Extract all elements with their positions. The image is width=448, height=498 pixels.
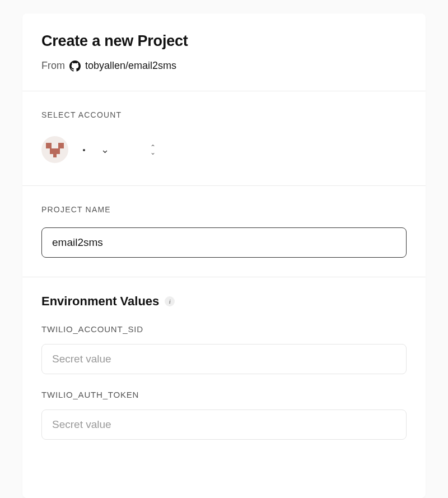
chevron-up-down-icon: ⌃⌄ [150,145,156,155]
env-title-text: Environment Values [41,294,159,309]
env-var-label: TWILIO_ACCOUNT_SID [41,324,407,334]
account-name-text [77,143,122,156]
info-icon[interactable]: i [165,296,175,306]
select-account-label: SELECT ACCOUNT [41,110,407,119]
env-section-title: Environment Values i [41,294,407,309]
env-var-label: TWILIO_AUTH_TOKEN [41,390,407,399]
repo-name: tobyallen/email2sms [85,60,176,72]
select-account-section: SELECT ACCOUNT ⌃⌄ [22,91,426,185]
project-create-card: Create a new Project From tobyallen/emai… [22,13,426,498]
project-name-label: PROJECT NAME [41,205,407,214]
env-var-block: TWILIO_ACCOUNT_SID [41,324,407,374]
page-title: Create a new Project [41,32,407,50]
from-label: From [41,60,65,72]
repo-source-line: From tobyallen/email2sms [41,60,407,72]
github-icon [69,60,81,72]
env-var-block: TWILIO_AUTH_TOKEN [41,390,407,440]
project-name-input[interactable] [41,227,407,258]
environment-values-section: Environment Values i TWILIO_ACCOUNT_SID … [22,277,426,462]
project-name-section: PROJECT NAME [22,185,426,277]
header-section: Create a new Project From tobyallen/emai… [22,13,426,91]
account-selector[interactable]: ⌃⌄ [41,133,407,166]
env-var-input-twilio-auth-token[interactable] [41,409,407,440]
account-name: ⌃⌄ [77,143,407,156]
env-var-input-twilio-account-sid[interactable] [41,344,407,374]
avatar [41,136,68,163]
